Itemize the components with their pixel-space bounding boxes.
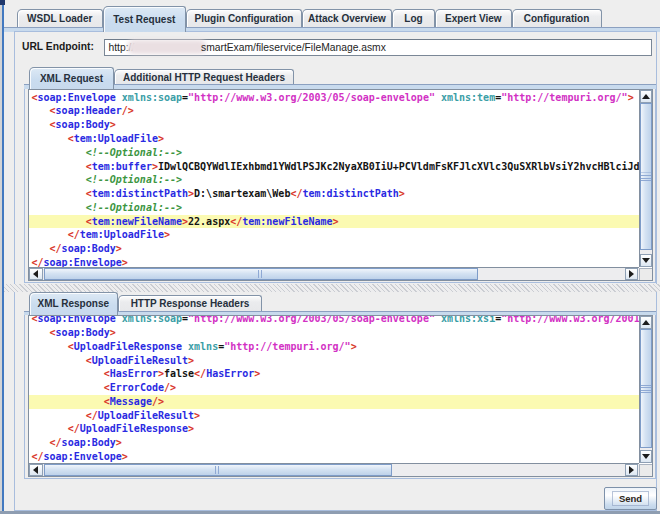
xml-line: <soap:Body> (29, 326, 639, 340)
left-arrow-icon (33, 270, 38, 278)
tab-label: Log (404, 13, 422, 24)
up-arrow-icon (642, 94, 650, 99)
tab-label: HTTP Response Headers (131, 298, 250, 309)
send-button-label: Send (619, 493, 642, 504)
xml-line: <soap:Envelope xmlns:soap="http://www.w3… (29, 316, 639, 326)
tab-label: XML Request (40, 73, 103, 84)
request-scrollbar-corner (639, 268, 653, 280)
tab-configuration[interactable]: Configuration (512, 9, 602, 28)
xml-line-highlighted: <Message/> (29, 395, 639, 409)
response-xml-editor[interactable]: <soap:Envelope xmlns:soap="http://www.w3… (29, 316, 639, 464)
request-vscroll-down-button[interactable] (640, 254, 653, 267)
down-arrow-icon (642, 258, 650, 263)
request-vscrollbar-thumb[interactable] (640, 103, 653, 250)
url-endpoint-value-path: smartExam/fileservice/FileManage.asmx (201, 42, 386, 53)
left-arrow-icon (33, 466, 38, 474)
response-vscroll-down-button[interactable] (640, 450, 653, 463)
tab-label: Plugin Configuration (195, 13, 294, 24)
xml-line: <ErrorCode/> (29, 381, 639, 395)
xml-line: </soap:Body> (29, 436, 639, 450)
tab-label: Expert View (445, 13, 502, 24)
tab-label: Test Request (113, 14, 175, 25)
send-button[interactable]: Send (604, 487, 657, 510)
right-arrow-icon (629, 270, 634, 278)
xml-line: </soap:Envelope> (29, 256, 639, 268)
request-scrollpane: <soap:Envelope xmlns:soap="http://www.w3… (28, 89, 653, 281)
response-vscrollbar-thumb[interactable] (640, 329, 653, 448)
request-vscroll-up-button[interactable] (640, 90, 653, 103)
window-corner-fragment (0, 0, 5, 5)
xml-line: <tem:UploadFile> (29, 132, 639, 146)
tab-label: Additional HTTP Request Headers (123, 72, 285, 83)
tabbedpane-left-border (2, 2, 4, 511)
xml-line: <HasError>false</HasError> (29, 367, 639, 381)
xml-line: </tem:UploadFile> (29, 228, 639, 242)
tab-label: WSDL Loader (27, 13, 92, 24)
down-arrow-icon (642, 454, 650, 459)
request-content-border-left (24, 89, 25, 283)
tab-label: Configuration (524, 13, 590, 24)
tab-additional-http-request-headers[interactable]: Additional HTTP Request Headers (114, 69, 294, 84)
xml-line: </soap:Body> (29, 242, 639, 256)
tab-wsdl-loader[interactable]: WSDL Loader (17, 9, 103, 28)
xml-line: <!--Optional:--> (29, 146, 639, 160)
request-hscroll-right-button[interactable] (625, 268, 639, 280)
xml-line-highlighted: <tem:newFileName>22.aspx</tem:newFileNam… (29, 215, 639, 229)
response-content-border-left (24, 315, 25, 479)
xml-line: <!--Optional:--> (29, 173, 639, 187)
request-xml-code: <soap:Envelope xmlns:soap="http://www.w3… (29, 91, 639, 268)
url-endpoint-input[interactable]: http:// smartExam/fileservice/FileManage… (104, 39, 652, 57)
xml-line: <!--Optional:--> (29, 201, 639, 215)
response-content-border-bottom (24, 478, 657, 479)
request-hscrollbar-thumb[interactable] (44, 268, 478, 280)
request-content-border-right (655, 89, 656, 283)
tab-attack-overview[interactable]: Attack Overview (302, 9, 392, 28)
request-xml-editor[interactable]: <soap:Envelope xmlns:soap="http://www.w3… (29, 90, 639, 268)
xml-line: <tem:buffer>IDwlQCBQYWdlIExhbmd1YWdlPSJK… (29, 160, 639, 174)
xml-line: </UploadFileResponse> (29, 422, 639, 436)
xml-line: </soap:Envelope> (29, 450, 639, 464)
tab-plugin-configuration[interactable]: Plugin Configuration (186, 9, 302, 28)
thumb-grip-icon (641, 172, 651, 181)
url-endpoint-redacted-host (127, 40, 207, 54)
xml-line: <tem:distinctPath>D:\smartexam\Web</tem:… (29, 187, 639, 201)
request-content-border-bottom (24, 282, 657, 283)
right-arrow-icon (629, 466, 634, 474)
xml-line: <soap:Body> (29, 118, 639, 132)
up-arrow-icon (642, 320, 650, 325)
xml-line: <soap:Header/> (29, 104, 639, 118)
thumb-grip-icon (215, 466, 221, 474)
ws-attacker-window: WSDL LoaderTest RequestPlugin Configurat… (0, 0, 660, 514)
tab-test-request[interactable]: Test Request (103, 6, 187, 32)
url-endpoint-label: URL Endpoint: (22, 41, 94, 52)
response-xml-code: <soap:Envelope xmlns:soap="http://www.w3… (29, 316, 639, 464)
xml-line: <soap:Envelope xmlns:soap="http://www.w3… (29, 91, 639, 105)
request-hscroll-left-button[interactable] (29, 268, 43, 280)
thumb-grip-icon (641, 384, 651, 393)
tab-http-response-headers[interactable]: HTTP Response Headers (118, 295, 262, 311)
tab-xml-request[interactable]: XML Request (29, 67, 114, 90)
xml-line: <UploadFileResult> (29, 354, 639, 368)
response-hscroll-left-button[interactable] (29, 464, 43, 476)
response-content-border-right (655, 315, 656, 479)
tab-xml-response[interactable]: XML Response (29, 292, 119, 315)
thumb-grip-icon (258, 270, 264, 278)
split-divider[interactable] (4, 284, 660, 291)
response-scrollbar-corner (639, 464, 653, 476)
response-hscroll-right-button[interactable] (625, 464, 639, 476)
tab-log[interactable]: Log (392, 9, 435, 28)
response-scrollpane: <soap:Envelope xmlns:soap="http://www.w3… (28, 315, 653, 477)
tab-label: Attack Overview (308, 13, 386, 24)
response-vscroll-up-button[interactable] (640, 316, 653, 329)
xml-line: <UploadFileResponse xmlns="http://tempur… (29, 340, 639, 354)
tab-label: XML Response (38, 298, 110, 309)
response-hscrollbar-thumb[interactable] (44, 464, 392, 476)
tab-expert-view[interactable]: Expert View (435, 9, 512, 28)
xml-line: </UploadFileResult> (29, 409, 639, 423)
